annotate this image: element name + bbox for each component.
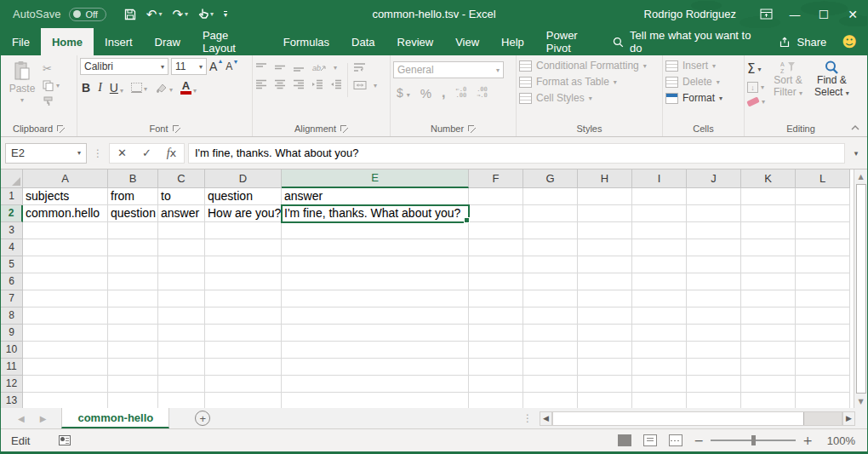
- tab-help[interactable]: Help: [490, 28, 535, 55]
- cell-I6[interactable]: [632, 273, 687, 290]
- cell-H1[interactable]: [578, 188, 632, 205]
- cut-button[interactable]: ✂: [43, 62, 60, 75]
- cell-I4[interactable]: [632, 239, 687, 256]
- tab-page-layout[interactable]: Page Layout: [191, 28, 272, 55]
- cell-D7[interactable]: [205, 290, 282, 307]
- zoom-level[interactable]: 100%: [825, 434, 855, 447]
- cell-L2[interactable]: [796, 205, 850, 222]
- cell-B8[interactable]: [108, 307, 158, 325]
- cell-B12[interactable]: [108, 376, 158, 393]
- row-header-8[interactable]: 8: [1, 307, 23, 325]
- formula-input[interactable]: I'm fine, thanks. What about you?: [188, 143, 845, 164]
- cell-L10[interactable]: [796, 342, 850, 359]
- font-color-button[interactable]: A ▾: [180, 81, 197, 95]
- cell-I10[interactable]: [632, 342, 687, 359]
- cell-A13[interactable]: [23, 393, 108, 408]
- cell-G8[interactable]: [523, 307, 578, 325]
- alignment-dialog-launcher[interactable]: [340, 125, 348, 133]
- cell-F2[interactable]: [469, 205, 523, 222]
- insert-function-button[interactable]: fx: [159, 147, 184, 160]
- format-cells-button[interactable]: Format▾: [665, 92, 722, 104]
- cell-J9[interactable]: [687, 325, 741, 342]
- cell-A3[interactable]: [23, 222, 108, 239]
- normal-view-button[interactable]: [618, 434, 631, 446]
- clear-button[interactable]: ▾: [747, 98, 765, 106]
- cell-E11[interactable]: [282, 359, 469, 376]
- cell-H12[interactable]: [578, 376, 632, 393]
- cell-C13[interactable]: [158, 393, 205, 408]
- clipboard-dialog-launcher[interactable]: [57, 125, 65, 133]
- cell-L1[interactable]: [796, 188, 850, 205]
- cell-F13[interactable]: [469, 393, 523, 408]
- vertical-scrollbar[interactable]: ▲ ▼: [854, 170, 867, 408]
- cell-J2[interactable]: [687, 205, 741, 222]
- horizontal-scrollbar-thumb[interactable]: [553, 412, 804, 425]
- find-select-button[interactable]: Find & Select ▾: [811, 60, 853, 106]
- cell-C12[interactable]: [158, 376, 205, 393]
- cell-E7[interactable]: [282, 290, 469, 307]
- column-header-E[interactable]: E: [282, 170, 469, 188]
- cell-G1[interactable]: [523, 188, 578, 205]
- cell-A4[interactable]: [23, 239, 108, 256]
- row-header-1[interactable]: 1: [1, 188, 23, 205]
- cell-E8[interactable]: [282, 307, 469, 325]
- cell-H4[interactable]: [578, 239, 632, 256]
- cell-J3[interactable]: [687, 222, 741, 239]
- cell-H5[interactable]: [578, 256, 632, 273]
- page-break-preview-button[interactable]: [669, 434, 682, 446]
- cell-C1[interactable]: to: [158, 188, 205, 205]
- cell-J10[interactable]: [687, 342, 741, 359]
- middle-align-icon[interactable]: [274, 62, 286, 72]
- row-header-6[interactable]: 6: [1, 273, 23, 290]
- cell-G6[interactable]: [523, 273, 578, 290]
- cell-D3[interactable]: [205, 222, 282, 239]
- vertical-scrollbar-thumb[interactable]: [856, 184, 866, 394]
- cell-A7[interactable]: [23, 290, 108, 307]
- borders-button[interactable]: ▾: [131, 83, 147, 93]
- merge-center-icon[interactable]: [353, 80, 367, 90]
- cell-B5[interactable]: [108, 256, 158, 273]
- scroll-up-arrow[interactable]: ▲: [854, 170, 868, 183]
- touch-mouse-mode-button[interactable]: ▾: [194, 7, 218, 22]
- tab-draw[interactable]: Draw: [144, 28, 191, 55]
- column-header-F[interactable]: F: [469, 170, 523, 188]
- tab-insert[interactable]: Insert: [94, 28, 144, 55]
- column-header-C[interactable]: C: [158, 170, 205, 188]
- cell-A6[interactable]: [23, 273, 108, 290]
- cell-F7[interactable]: [469, 290, 523, 307]
- top-align-icon[interactable]: [255, 62, 267, 72]
- cell-G7[interactable]: [523, 290, 578, 307]
- cell-F5[interactable]: [469, 256, 523, 273]
- formula-bar-expand-button[interactable]: ▾: [848, 149, 864, 158]
- cell-C5[interactable]: [158, 256, 205, 273]
- cell-K5[interactable]: [741, 256, 796, 273]
- maximize-button[interactable]: ☐: [809, 0, 838, 28]
- cell-J6[interactable]: [687, 273, 741, 290]
- align-center-icon[interactable]: [274, 79, 286, 89]
- sheet-nav-right-icon[interactable]: ▶: [40, 414, 47, 423]
- cell-J8[interactable]: [687, 307, 741, 325]
- enter-button[interactable]: ✓: [134, 147, 159, 159]
- tab-home[interactable]: Home: [41, 28, 94, 55]
- row-header-11[interactable]: 11: [1, 359, 23, 376]
- cell-L3[interactable]: [796, 222, 850, 239]
- scroll-right-arrow[interactable]: ▶: [842, 411, 855, 426]
- cell-F6[interactable]: [469, 273, 523, 290]
- autosum-button[interactable]: Σ▾: [747, 61, 765, 77]
- copy-button[interactable]: ▾: [43, 80, 60, 91]
- cell-G3[interactable]: [523, 222, 578, 239]
- name-box-dropdown-icon[interactable]: ▾: [77, 149, 81, 157]
- cell-D9[interactable]: [205, 325, 282, 342]
- cell-G12[interactable]: [523, 376, 578, 393]
- cell-I1[interactable]: [632, 188, 687, 205]
- cell-B4[interactable]: [108, 239, 158, 256]
- paste-button[interactable]: Paste ▾: [3, 58, 41, 104]
- cell-J5[interactable]: [687, 256, 741, 273]
- fill-color-button[interactable]: ▾: [155, 83, 173, 94]
- share-button[interactable]: Share: [779, 36, 827, 49]
- redo-button[interactable]: ↷▾: [168, 5, 192, 24]
- accounting-format-button[interactable]: $ ▾: [397, 86, 410, 100]
- column-header-K[interactable]: K: [741, 170, 796, 188]
- customize-quick-access-toolbar-button[interactable]: ▾: [220, 9, 231, 20]
- cell-F1[interactable]: [469, 188, 523, 205]
